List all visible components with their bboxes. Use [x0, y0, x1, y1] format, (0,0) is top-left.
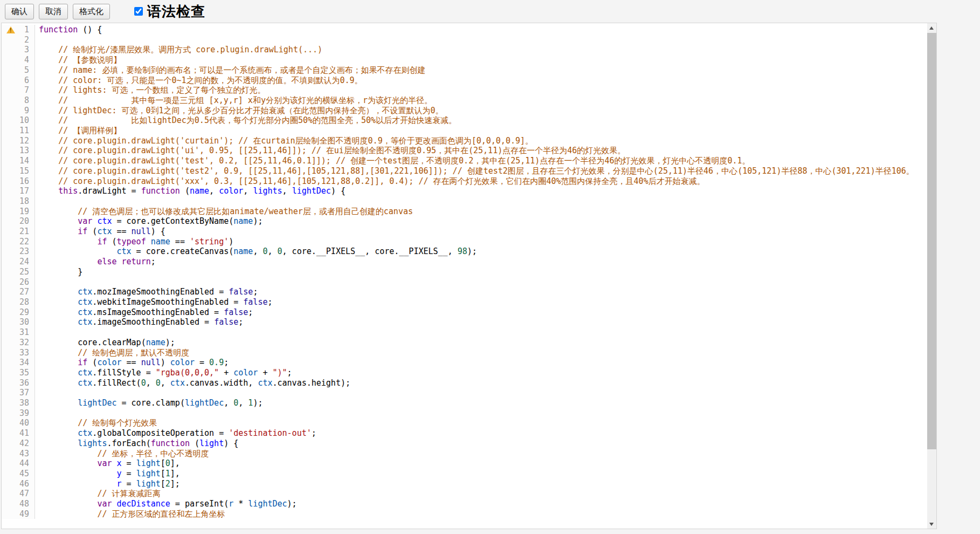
code-token: ) { — [151, 227, 165, 236]
code-line[interactable]: if (typeof name == 'string') — [35, 237, 927, 247]
scroll-down-arrow-icon[interactable] — [927, 519, 936, 529]
code-line[interactable]: y = light[1], — [35, 469, 927, 479]
code-line-row: 26 — [2, 277, 927, 287]
code-token: 0.9 — [209, 358, 224, 367]
code-token: ctx — [78, 307, 92, 317]
code-token: 1 — [165, 469, 170, 478]
line-number: 11 — [2, 126, 35, 136]
code-line[interactable] — [35, 388, 927, 398]
code-token: ctx — [97, 227, 112, 236]
code-line[interactable]: this.drawLight = function (name, color, … — [35, 186, 927, 196]
code-token: name — [233, 247, 253, 256]
code-line[interactable]: // 坐标，半径，中心不透明度 — [35, 449, 927, 459]
code-line-row: 44 var x = light[0], — [2, 458, 927, 469]
line-number: 26 — [2, 277, 35, 287]
code-line-row: 34 if (color == null) color = 0.9; — [2, 358, 927, 368]
code-token: light — [136, 458, 161, 468]
code-line[interactable]: var decDistance = parseInt(r * lightDec)… — [35, 499, 927, 509]
code-line[interactable]: else return; — [35, 257, 927, 267]
code-token — [39, 428, 78, 438]
line-number: 14 — [2, 156, 35, 166]
code-line-row: 25 } — [2, 267, 927, 277]
code-token: ) — [161, 358, 170, 367]
code-line[interactable]: ctx.globalCompositeOperation = 'destinat… — [35, 428, 927, 439]
scrollbar-thumb[interactable] — [927, 33, 936, 449]
code-token: .mozImageSmoothingEnabled = — [92, 287, 229, 297]
code-line[interactable] — [35, 196, 927, 207]
code-editor[interactable]: 1function () {23 // 绘制灯光/漆黑层效果。调用方式 core… — [1, 23, 937, 529]
code-line[interactable]: // color: 可选，只能是一个0~1之间的数，为不透明度的值。不填则默认为… — [35, 76, 927, 86]
code-line[interactable]: if (color == null) color = 0.9; — [35, 358, 927, 368]
code-line-row: 43 // 坐标，半径，中心不透明度 — [2, 449, 927, 459]
code-token: , — [224, 398, 233, 408]
code-line[interactable]: } — [35, 267, 927, 277]
code-line[interactable] — [35, 327, 927, 338]
code-line[interactable]: // core.plugin.drawLight('test2', 0.9, [… — [35, 166, 927, 176]
code-line[interactable]: function () { — [35, 25, 927, 35]
code-line[interactable]: // 绘制灯光/漆黑层效果。调用方式 core.plugin.drawLight… — [35, 45, 927, 55]
code-token: ctx — [78, 368, 92, 378]
code-token: color — [233, 368, 258, 378]
code-line[interactable]: // core.plugin.drawLight('xxx', 0.3, [[2… — [35, 176, 927, 187]
code-line[interactable]: // 比如lightDec为0.5代表，每个灯光部分内圈50%的范围全亮，50%… — [35, 115, 927, 126]
confirm-button[interactable]: 确认 — [5, 4, 34, 19]
code-line[interactable]: // 【参数说明】 — [35, 55, 927, 65]
code-line[interactable]: ctx.fillRect(0, 0, ctx.canvas.width, ctx… — [35, 378, 927, 388]
code-line[interactable]: ctx = core.createCanvas(name, 0, 0, core… — [35, 247, 927, 257]
code-token: decDistance — [117, 499, 170, 509]
code-token: var — [78, 216, 92, 226]
code-line[interactable]: // core.plugin.drawLight('test', 0.2, [[… — [35, 156, 927, 166]
code-line[interactable]: // name: 必填，要绘制到的画布名；可以是一个系统画布，或者是个自定义画布… — [35, 65, 927, 76]
code-line[interactable]: core.clearMap(name); — [35, 338, 927, 348]
code-token: 0 — [233, 398, 238, 408]
code-line[interactable]: // 绘制每个灯光效果 — [35, 418, 927, 428]
code-line-row: 42 lights.forEach(function (light) { — [2, 439, 927, 449]
scroll-up-arrow-icon[interactable] — [927, 23, 936, 32]
code-line[interactable]: // 【调用样例】 — [35, 126, 927, 136]
syntax-check-checkbox[interactable] — [134, 7, 143, 16]
code-line[interactable]: var ctx = core.getContextByName(name); — [35, 216, 927, 227]
code-token: [ — [161, 469, 165, 478]
code-line[interactable]: ctx.fillStyle = "rgba(0,0,0," + color + … — [35, 368, 927, 378]
code-token: , — [209, 186, 219, 196]
lint-warning-icon[interactable] — [6, 26, 15, 33]
code-line[interactable]: ctx.mozImageSmoothingEnabled = false; — [35, 287, 927, 297]
line-number: 12 — [2, 136, 35, 146]
code-line[interactable]: // core.plugin.drawLight('curtain'); // … — [35, 136, 927, 146]
code-line[interactable] — [35, 35, 927, 45]
code-line[interactable]: // lightDec: 可选，0到1之间，光从多少百分比才开始衰减（在此范围内… — [35, 106, 927, 116]
code-line[interactable]: r = light[2]; — [35, 479, 927, 489]
code-line[interactable]: // 正方形区域的直径和左上角坐标 — [35, 509, 927, 519]
code-line[interactable]: var x = light[0], — [35, 458, 927, 469]
code-line[interactable] — [35, 277, 927, 287]
code-line[interactable]: // core.plugin.drawLight('ui', 0.95, [[2… — [35, 146, 927, 156]
code-line[interactable]: if (ctx == null) { — [35, 227, 927, 237]
line-number: 9 — [2, 106, 35, 116]
code-line-row: 47 // 计算衰减距离 — [2, 489, 927, 499]
code-line[interactable]: // lights: 可选，一个数组，定义了每个独立的灯光。 — [35, 85, 927, 95]
cancel-button[interactable]: 取消 — [39, 4, 68, 19]
code-line[interactable]: // 绘制色调层，默认不透明度 — [35, 348, 927, 358]
vertical-scrollbar[interactable] — [927, 23, 936, 529]
code-line[interactable]: // 其中每一项是三元组 [x,y,r] x和y分别为该灯光的横纵坐标，r为该灯… — [35, 95, 927, 106]
code-token — [146, 237, 151, 247]
code-line[interactable]: ctx.webkitImageSmoothingEnabled = false; — [35, 297, 927, 307]
format-button[interactable]: 格式化 — [73, 4, 110, 19]
code-line[interactable]: // 清空色调层；也可以修改成其它层比如animate/weather层，或者用… — [35, 207, 927, 217]
code-line[interactable]: ctx.msImageSmoothingEnabled = false; — [35, 307, 927, 318]
code-line-row: 40 // 绘制每个灯光效果 — [2, 418, 927, 428]
code-token: // core.plugin.drawLight('xxx', 0.3, [[2… — [39, 176, 705, 186]
code-line[interactable]: lightDec = core.clamp(lightDec, 0, 1); — [35, 398, 927, 408]
code-token: lightDec — [248, 499, 287, 509]
code-token: ctx — [78, 297, 92, 307]
code-line-row: 16 // core.plugin.drawLight('xxx', 0.3, … — [2, 176, 927, 187]
code-line[interactable]: lights.forEach(function (light) { — [35, 439, 927, 449]
code-line[interactable] — [35, 408, 927, 419]
code-line[interactable]: // 计算衰减距离 — [35, 489, 927, 499]
code-lines[interactable]: 1function () {23 // 绘制灯光/漆黑层效果。调用方式 core… — [2, 23, 927, 529]
line-number: 10 — [2, 115, 35, 126]
code-token: .forEach( — [107, 439, 150, 448]
code-line-row: 38 lightDec = core.clamp(lightDec, 0, 1)… — [2, 398, 927, 408]
code-line-row: 5 // name: 必填，要绘制到的画布名；可以是一个系统画布，或者是个自定义… — [2, 65, 927, 76]
code-line[interactable]: ctx.imageSmoothingEnabled = false; — [35, 317, 927, 327]
